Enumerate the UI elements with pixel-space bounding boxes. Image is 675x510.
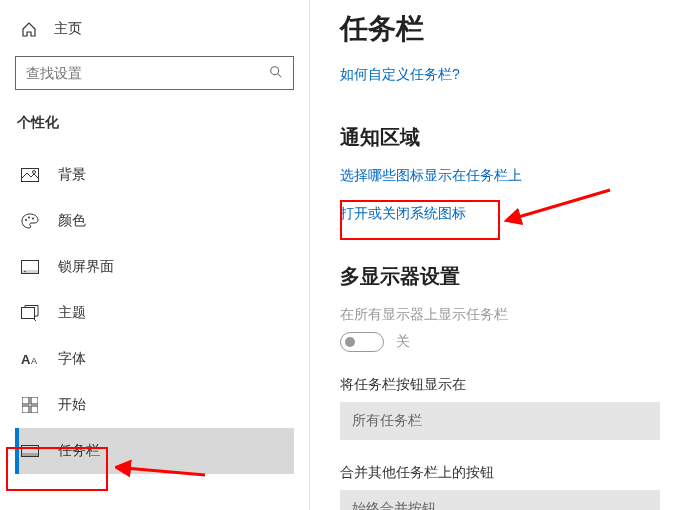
- combine-label: 合并其他任务栏上的按钮: [340, 464, 675, 482]
- font-icon: AA: [20, 349, 40, 369]
- toggle-state-label: 关: [396, 333, 410, 351]
- home-nav[interactable]: 主页: [15, 10, 294, 48]
- svg-rect-14: [31, 397, 38, 404]
- search-box[interactable]: [15, 56, 294, 90]
- content-area: 任务栏 如何自定义任务栏? 通知区域 选择哪些图标显示在任务栏上 打开或关闭系统…: [310, 0, 675, 510]
- home-label: 主页: [54, 20, 82, 38]
- svg-rect-2: [22, 169, 39, 182]
- customize-taskbar-link[interactable]: 如何自定义任务栏?: [340, 66, 675, 84]
- buttons-show-dropdown[interactable]: 所有任务栏: [340, 402, 660, 440]
- svg-rect-16: [31, 406, 38, 413]
- svg-point-4: [25, 219, 27, 221]
- image-icon: [20, 165, 40, 185]
- sidebar-item-label: 锁屏界面: [58, 258, 114, 276]
- theme-icon: [20, 303, 40, 323]
- start-icon: [20, 395, 40, 415]
- search-input[interactable]: [26, 65, 269, 81]
- select-icons-link[interactable]: 选择哪些图标显示在任务栏上: [340, 167, 675, 185]
- sidebar-item-label: 字体: [58, 350, 86, 368]
- svg-point-0: [271, 66, 279, 74]
- svg-line-1: [278, 73, 282, 77]
- category-title: 个性化: [15, 114, 294, 132]
- svg-point-3: [33, 171, 36, 174]
- sidebar-item-colors[interactable]: 颜色: [15, 198, 294, 244]
- svg-point-9: [24, 271, 26, 273]
- sidebar-item-label: 开始: [58, 396, 86, 414]
- svg-rect-10: [22, 308, 35, 319]
- sidebar-item-label: 主题: [58, 304, 86, 322]
- sidebar-item-taskbar[interactable]: 任务栏: [15, 428, 294, 474]
- sidebar-item-background[interactable]: 背景: [15, 152, 294, 198]
- buttons-show-label: 将任务栏按钮显示在: [340, 376, 675, 394]
- show-all-displays-label: 在所有显示器上显示任务栏: [340, 306, 675, 324]
- svg-rect-18: [22, 453, 38, 456]
- system-icons-link[interactable]: 打开或关闭系统图标: [340, 205, 675, 223]
- nav-list: 背景 颜色 锁屏界面 主题 AA 字体: [15, 152, 294, 474]
- sidebar-item-label: 背景: [58, 166, 86, 184]
- search-icon: [269, 65, 283, 82]
- combine-dropdown[interactable]: 始终合并按钮: [340, 490, 660, 510]
- multimonitor-section-title: 多显示器设置: [340, 263, 675, 290]
- svg-text:A: A: [21, 352, 31, 366]
- toggle-knob: [345, 337, 355, 347]
- sidebar-item-label: 任务栏: [58, 442, 100, 460]
- sidebar-item-start[interactable]: 开始: [15, 382, 294, 428]
- svg-rect-15: [22, 406, 29, 413]
- notification-section-title: 通知区域: [340, 124, 675, 151]
- sidebar-item-lockscreen[interactable]: 锁屏界面: [15, 244, 294, 290]
- sidebar-item-themes[interactable]: 主题: [15, 290, 294, 336]
- page-title: 任务栏: [340, 10, 675, 48]
- svg-point-5: [28, 217, 30, 219]
- lockscreen-icon: [20, 257, 40, 277]
- show-all-displays-toggle[interactable]: [340, 332, 384, 352]
- taskbar-icon: [20, 441, 40, 461]
- home-icon: [20, 20, 38, 38]
- sidebar-item-label: 颜色: [58, 212, 86, 230]
- svg-text:A: A: [31, 356, 37, 366]
- svg-rect-13: [22, 397, 29, 404]
- palette-icon: [20, 211, 40, 231]
- sidebar-item-fonts[interactable]: AA 字体: [15, 336, 294, 382]
- svg-point-6: [32, 218, 34, 220]
